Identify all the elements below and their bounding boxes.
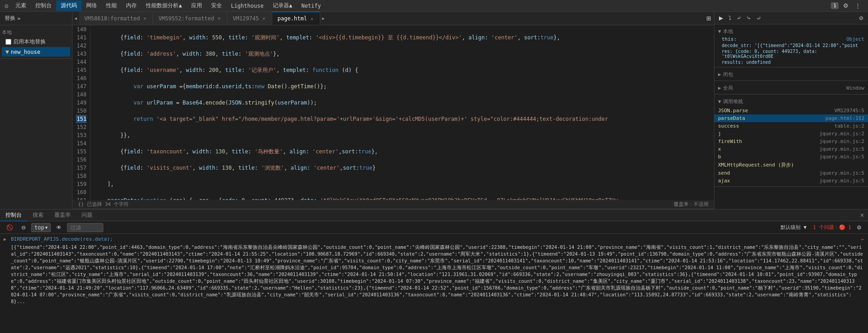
sidebar-tab-bar: 替换 » [0,12,72,25]
console-tab-search[interactable]: 搜索 [27,209,49,221]
console-chevron: ▶ [4,236,9,243]
menu-recorder[interactable]: 记录器▲ [268,0,297,11]
tab-vm59552-close[interactable]: ✕ [217,15,222,21]
call-stack-ajax[interactable]: ajax jquery.min.js:5 [714,177,868,185]
menu-application[interactable]: 应用 [187,0,207,11]
console-close-button[interactable]: ✕ [856,212,868,219]
settings-button[interactable]: ⚙ [841,1,850,10]
tab-vm129745[interactable]: VM129745 ✕ [227,12,272,25]
results-key: results: undefined [722,60,771,65]
global-arrow: ▶ [718,85,721,91]
call-stack-file-4: jquery.min.js:2 [820,138,864,144]
code-content[interactable]: {field: 'timebegin', width: 550, title: … [91,25,714,200]
call-stack-file-0: VM129745:5 [834,108,864,114]
tab-scroll-left[interactable]: ◀ [72,16,79,21]
more-button[interactable]: ⋮ [853,1,863,10]
deactivate-breakpoints[interactable]: ⊘ [857,14,865,22]
call-stack-title[interactable]: ▼ 调用堆栈 [714,96,868,107]
console-output-line: [{"timeend":"2024-01-14 22:00","point_id… [4,244,864,305]
clear-console-button[interactable]: 🚫 [4,224,16,232]
enable-override-checkbox[interactable] [5,39,11,45]
tab-scroll-right[interactable]: ▶ [320,16,327,21]
global-title[interactable]: ▶ 全局 Window [718,83,864,92]
console-tabs: 控制台 搜索 覆盖率 问题 ✕ [0,209,868,221]
default-level-label[interactable]: 默认级别 ▼ [781,224,806,231]
tab-pagehtml[interactable]: page.html ✕ [272,12,320,25]
sidebar-item-new-house[interactable]: ▼ new_house [2,47,70,57]
menu-elements[interactable]: 元素 [11,0,31,11]
call-stack-xmlhttp[interactable]: XMLHttpRequest.send (异步) [714,161,868,169]
closure-title[interactable]: ▶ 闭包 [718,69,864,79]
tab-vm58618[interactable]: VM58618:formatted ✕ [79,12,153,25]
call-stack-json-parse[interactable]: JSON.parse VM129745:5 [714,107,868,114]
enable-override-label: 启用本地替换 [13,38,46,46]
devtools-logo[interactable]: ⚙ [2,2,11,10]
call-stack-j[interactable]: j jquery.min.js:2 [714,130,868,138]
menu-netify[interactable]: Netify [297,1,325,10]
replace-button[interactable]: 替换 » [0,12,25,25]
this-item[interactable]: this: Object [718,36,864,43]
console-tab-console[interactable]: 控制台 [0,209,27,221]
step-button[interactable]: ⤾ [755,14,763,22]
context-arrow: ▼ [45,225,48,230]
tab-vm129745-close[interactable]: ✕ [262,15,266,21]
tab-pagehtml-close[interactable]: ✕ [310,16,314,22]
tab-vm59552-label: VM59552:formatted [159,15,214,22]
console-content[interactable]: ▶ BIRDREPORT_APIJS.decode(res.data); ← [… [0,234,868,309]
sidebar-folder-label: new_house [11,49,40,55]
tab-vm58618-close[interactable]: ✕ [143,15,147,21]
console-tab-issues[interactable]: 问题 [76,209,98,221]
call-stack-file-6: jquery.min.js:5 [820,154,864,160]
code-container[interactable]: 140 141 142 143 144 145 146 147 148 149 … [72,25,714,200]
menu-memory[interactable]: 内存 [121,0,141,11]
resume-button[interactable]: ▶ [717,14,725,22]
call-stack-file-2: table.js:2 [834,123,864,129]
call-stack-success[interactable]: success table.js:2 [714,122,868,130]
call-stack-fn-0: JSON.parse [718,108,748,114]
menu-security[interactable]: 安全 [207,0,227,11]
global-val: Window [846,85,864,91]
local-scope-title[interactable]: ▼ 本地 [718,26,864,36]
tab-vm129745-label: VM129745 [233,15,259,22]
editor-tab-bar: ◀ VM58618:formatted ✕ VM59552:formatted … [72,12,714,25]
call-stack-file-9: jquery.min.js:5 [820,178,864,184]
step-over-button[interactable]: ⤵ [727,14,733,22]
minimap-toggle[interactable]: ⊞ [704,15,714,22]
main-container: 替换 » 本地 启用本地替换 ▼ new_house ◀ VM58618:for… [0,12,868,209]
step-into-button[interactable]: ⤶ [735,14,743,22]
menu-sources[interactable]: 源代码 [56,0,82,11]
menu-perf-insights[interactable]: 性能数据分析▲ [141,0,186,11]
console-settings-button[interactable]: ⚙ [854,224,864,232]
eye-button[interactable]: 👁 [53,224,64,232]
char-count: {} 已选择 34 个字符 [78,201,129,208]
menu-console[interactable]: 控制台 [31,0,56,11]
call-stack-fn-6: b [718,154,721,160]
call-stack-x[interactable]: x jquery.min.js:5 [714,145,868,153]
call-stack-firewith[interactable]: fireWith jquery.min.js:2 [714,138,868,145]
console-tab-coverage[interactable]: 覆盖率 [49,209,76,221]
call-stack-send[interactable]: send jquery.min.js:5 [714,169,868,177]
menu-lighthouse[interactable]: Lighthouse [227,1,268,10]
call-stack-parse-data[interactable]: parseData page.html:152 [714,114,868,122]
sidebar-local-title[interactable]: 本地 [2,27,70,37]
context-selector[interactable]: top ▼ [31,223,51,232]
call-stack-b[interactable]: b jquery.min.js:5 [714,153,868,161]
results-item[interactable]: results: undefined [718,59,864,65]
call-stack-section: ▼ 调用堆栈 JSON.parse VM129745:5 parseData p… [714,95,868,187]
decode-str-item[interactable]: decode_str: '[{"timeend":"2024-01-14 22:… [718,43,864,48]
step-out-button[interactable]: ⤷ [745,14,753,22]
coverage-text: 覆盖率：不适用 [674,201,709,208]
editor-area: ◀ VM58618:formatted ✕ VM59552:formatted … [72,12,714,209]
menu-network[interactable]: 网络 [82,0,101,11]
sidebar-enable-override[interactable]: 启用本地替换 [2,37,70,47]
menu-performance[interactable]: 性能 [101,0,121,11]
closure-section: ▶ 闭包 [714,67,868,81]
closure-label: 闭包 [723,71,733,78]
tab-vm59552[interactable]: VM59552:formatted ✕ [153,12,227,25]
res-item[interactable]: res: {code: 0, count: 449273, data: 't0l… [718,48,864,59]
editor-status-bar: {} 已选择 34 个字符 覆盖率：不适用 [72,200,714,209]
console-filter-toggle[interactable]: ⊖ [19,224,29,232]
console-filter-input[interactable] [67,223,103,232]
issue-count: 1 个问题：🔴 1 [813,224,852,231]
local-scope-section: ▼ 本地 this: Object decode_str: '[{"timeen… [714,24,868,67]
